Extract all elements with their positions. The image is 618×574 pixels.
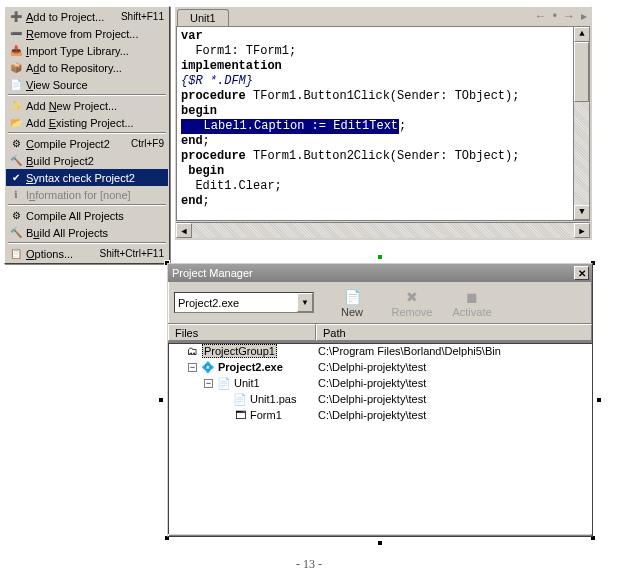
menu-item[interactable]: 📋Options...Shift+Ctrl+F11 <box>6 245 168 262</box>
project-manager-titlebar[interactable]: Project Manager ✕ <box>168 264 592 282</box>
menu-item[interactable]: ⚙Compile Project2Ctrl+F9 <box>6 135 168 152</box>
tree-row[interactable]: −💠Project2.exeC:\Delphi-projekty\test <box>168 359 592 375</box>
tab-nav-menu-icon[interactable]: ▸ <box>581 9 587 23</box>
activate-icon: ◼ <box>462 288 482 306</box>
menu-item-icon: ✔ <box>8 170 24 186</box>
tab-nav-prev-icon[interactable]: ← <box>535 9 547 23</box>
active-project-combo[interactable]: Project2.exe ▼ <box>174 292 314 313</box>
menu-item-label: View Source <box>26 79 164 91</box>
new-button[interactable]: 📄 New <box>330 288 374 318</box>
project-manager-columns: Files Path <box>168 324 592 342</box>
project-tree[interactable]: 🗂ProjectGroup1C:\Program Files\Borland\D… <box>168 342 592 534</box>
code-line: begin <box>181 164 589 179</box>
code-line: procedure TForm1.Button2Click(Sender: TO… <box>181 149 589 164</box>
tree-item-icon: 🗔 <box>232 408 248 422</box>
tree-row[interactable]: −📄Unit1C:\Delphi-projekty\test <box>168 375 592 391</box>
menu-item[interactable]: ➖Remove from Project... <box>6 25 168 42</box>
tree-row[interactable]: 📄Unit1.pasC:\Delphi-projekty\test <box>168 391 592 407</box>
menu-item[interactable]: ⚙Compile All Projects <box>6 207 168 224</box>
page-number: - 13 - <box>0 557 618 572</box>
menu-item-label: Compile All Projects <box>26 210 164 222</box>
tree-item-label: Unit1 <box>234 377 260 389</box>
code-editor-window: Unit1 ← • → ▸ ▲ ▼ var Form1: TForm1;impl… <box>174 6 592 240</box>
column-path[interactable]: Path <box>316 324 592 341</box>
menu-item: ℹInformation for [none] <box>6 186 168 203</box>
tree-row[interactable]: 🗔Form1C:\Delphi-projekty\test <box>168 407 592 423</box>
menu-item[interactable]: 📥Import Type Library... <box>6 42 168 59</box>
code-area[interactable]: ▲ ▼ var Form1: TForm1;implementation{$R … <box>176 26 590 221</box>
menu-item-label: Build Project2 <box>26 155 164 167</box>
menu-item[interactable]: ➕Add to Project...Shift+F11 <box>6 8 168 25</box>
menu-item-icon: ⚙ <box>8 136 24 152</box>
tree-item-icon: 🗂 <box>184 344 200 358</box>
scroll-left-icon[interactable]: ◄ <box>176 223 192 238</box>
menu-item-icon: 📥 <box>8 43 24 59</box>
menu-item-icon: ➕ <box>8 9 24 25</box>
scrollbar-vertical[interactable]: ▲ ▼ <box>573 27 589 220</box>
tree-item-label: Form1 <box>250 409 282 421</box>
code-line: Edit1.Clear; <box>181 179 589 194</box>
menu-item[interactable]: 📦Add to Repository... <box>6 59 168 76</box>
remove-button: ✖ Remove <box>390 288 434 318</box>
code-line: end; <box>181 194 589 209</box>
tree-cell-files: 📄Unit1.pas <box>168 392 316 406</box>
code-line: end; <box>181 134 589 149</box>
menu-item-icon: 📂 <box>8 115 24 131</box>
combo-dropdown-icon[interactable]: ▼ <box>297 293 313 312</box>
tree-item-label: ProjectGroup1 <box>202 344 277 358</box>
tab-nav-bullet-icon: • <box>553 9 557 23</box>
column-files[interactable]: Files <box>168 324 316 341</box>
menu-item-icon: 🔨 <box>8 225 24 241</box>
code-line: Form1: TForm1; <box>181 44 589 59</box>
resize-handle[interactable] <box>596 397 602 403</box>
code-line: procedure TForm1.Button1Click(Sender: TO… <box>181 89 589 104</box>
menu-item-label: Options... <box>26 248 96 260</box>
scroll-up-icon[interactable]: ▲ <box>574 27 590 42</box>
tree-row[interactable]: 🗂ProjectGroup1C:\Program Files\Borland\D… <box>168 343 592 359</box>
scrollbar-horizontal[interactable]: ◄ ► <box>176 222 590 238</box>
tree-cell-path: C:\Delphi-projekty\test <box>316 393 592 405</box>
resize-handle[interactable] <box>377 254 383 260</box>
menu-item-shortcut: Shift+F11 <box>117 11 164 22</box>
menu-item[interactable]: 🔨Build All Projects <box>6 224 168 241</box>
menu-item[interactable]: ✔Syntax check Project2 <box>6 169 168 186</box>
menu-item-icon: ⚙ <box>8 208 24 224</box>
menu-item-label: Information for [none] <box>26 189 164 201</box>
tree-item-icon: 📄 <box>216 376 232 390</box>
tree-toggle-icon[interactable]: − <box>204 379 213 388</box>
scroll-thumb-v[interactable] <box>574 42 589 102</box>
scroll-right-icon[interactable]: ► <box>574 223 590 238</box>
menu-item[interactable]: ✨Add New Project... <box>6 97 168 114</box>
menu-item-icon: 📦 <box>8 60 24 76</box>
menu-item[interactable]: 📄View Source <box>6 76 168 93</box>
tree-cell-path: C:\Delphi-projekty\test <box>316 409 592 421</box>
tree-cell-files: −📄Unit1 <box>168 376 316 390</box>
remove-button-label: Remove <box>392 306 433 318</box>
scroll-down-icon[interactable]: ▼ <box>574 205 590 220</box>
tab-nav-next-icon[interactable]: → <box>563 9 575 23</box>
tree-cell-path: C:\Delphi-projekty\test <box>316 377 592 389</box>
menu-item[interactable]: 📂Add Existing Project... <box>6 114 168 131</box>
resize-handle[interactable] <box>377 540 383 546</box>
menu-separator <box>8 204 166 206</box>
close-icon[interactable]: ✕ <box>574 266 589 280</box>
menu-item-label: Add to Repository... <box>26 62 164 74</box>
menu-item-icon: ➖ <box>8 26 24 42</box>
resize-handle[interactable] <box>158 397 164 403</box>
menu-item-label: Add Existing Project... <box>26 117 164 129</box>
menu-item[interactable]: 🔨Build Project2 <box>6 152 168 169</box>
editor-tabstrip: Unit1 ← • → ▸ <box>175 7 591 26</box>
tree-item-label: Unit1.pas <box>250 393 296 405</box>
code-line: {$R *.DFM} <box>181 74 589 89</box>
menu-item-label: Remove from Project... <box>26 28 164 40</box>
menu-item-label: Build All Projects <box>26 227 164 239</box>
editor-tab-unit1[interactable]: Unit1 <box>177 9 229 27</box>
new-button-label: New <box>341 306 363 318</box>
code-line: implementation <box>181 59 589 74</box>
menu-separator <box>8 94 166 96</box>
activate-button-label: Activate <box>452 306 491 318</box>
menu-item-icon: 🔨 <box>8 153 24 169</box>
tree-toggle-icon[interactable]: − <box>188 363 197 372</box>
new-icon: 📄 <box>342 288 362 306</box>
menu-item-icon: 📄 <box>8 77 24 93</box>
